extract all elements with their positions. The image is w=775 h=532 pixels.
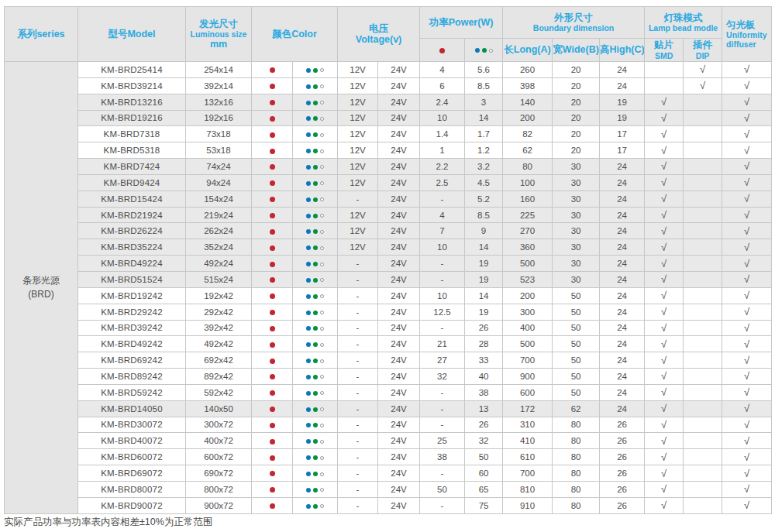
blue-dot-icon — [306, 423, 311, 427]
dip-check-cell — [684, 287, 722, 304]
diffuser-check-cell: √ — [722, 223, 772, 239]
voltage-12v-cell: - — [338, 287, 378, 304]
green-dot-icon — [313, 342, 318, 347]
white-dot-icon — [320, 375, 324, 379]
power-single-cell: - — [420, 417, 465, 433]
blue-dot-icon — [306, 84, 311, 89]
voltage-12v-cell: 12V — [338, 223, 378, 239]
dip-check-cell — [684, 369, 722, 385]
high-cell: 26 — [600, 449, 645, 465]
wide-cell: 20 — [553, 126, 600, 142]
lamp-bead-en: Lamp bead modle — [645, 23, 722, 33]
dip-check-cell — [684, 142, 722, 159]
power-multi-cell: 1.2 — [465, 142, 503, 159]
power-single-cell: - — [420, 271, 465, 287]
power-multi-cell: 32 — [465, 433, 503, 449]
model-cell: KM-BRD19216 — [78, 110, 186, 126]
green-dot-icon — [313, 262, 318, 266]
voltage-24v-cell: 24V — [378, 417, 420, 433]
power-multi-cell: 5.2 — [465, 190, 503, 207]
col-subheader-dip: 插件 DIP — [684, 39, 722, 62]
green-dot-icon — [313, 455, 318, 460]
dip-check-cell — [684, 465, 722, 482]
color-red-cell — [252, 400, 293, 417]
power-multi-cell: 14 — [465, 239, 503, 256]
voltage-24v-cell: 24V — [378, 239, 420, 256]
diffuser-check-cell: √ — [722, 159, 772, 175]
power-single-cell: 27 — [420, 352, 465, 369]
wide-cell: 30 — [553, 223, 600, 239]
power-multi-cell: 28 — [465, 336, 503, 352]
diffuser-en1: Uniformity — [726, 30, 771, 39]
power-single-cell: 25 — [420, 433, 465, 449]
wide-cell: 80 — [553, 481, 600, 497]
green-dot-icon — [313, 439, 318, 444]
smd-check-cell: √ — [645, 110, 684, 126]
voltage-12v-cell: 12V — [338, 126, 378, 142]
color-multi-cell — [293, 449, 338, 465]
blue-dot-icon — [306, 472, 311, 476]
voltage-24v-cell: 24V — [378, 142, 420, 159]
color-multi-cell — [293, 94, 338, 110]
power-subheader-single-color — [420, 39, 465, 62]
luminous-size-cell: 132x16 — [186, 94, 252, 110]
green-dot-icon — [313, 101, 318, 105]
blue-dot-icon — [306, 262, 311, 266]
white-dot-icon — [320, 391, 324, 395]
model-cell: KM-BRD21924 — [78, 207, 186, 223]
col-header-luminous-size: 发光尺寸 Luminous size mm — [186, 7, 252, 62]
luminous-size-cell: 219x24 — [186, 207, 252, 223]
high-cell: 24 — [600, 320, 645, 336]
voltage-24v-cell: 24V — [378, 256, 420, 272]
high-cell: 17 — [600, 142, 645, 159]
model-cell: KM-BRD49242 — [78, 336, 186, 352]
color-multi-cell — [293, 433, 338, 449]
voltage-24v-cell: 24V — [378, 94, 420, 110]
power-single-cell: 2.5 — [420, 174, 465, 190]
white-dot-icon — [320, 230, 324, 234]
voltage-12v-cell: - — [338, 352, 378, 369]
product-spec-table: 系列series 型号Model 发光尺寸 Luminous size mm 颜… — [4, 6, 772, 514]
smd-check-cell: √ — [645, 320, 684, 336]
dip-check-cell — [684, 174, 722, 190]
long-cell: 900 — [503, 369, 553, 385]
blue-green-white-dots-icon — [306, 423, 324, 427]
power-multi-cell: 75 — [465, 497, 503, 513]
white-dot-icon — [320, 149, 324, 153]
high-cell: 24 — [600, 369, 645, 385]
power-single-cell: 7 — [420, 223, 465, 239]
power-single-cell: 2.4 — [420, 94, 465, 110]
wide-cell: 30 — [553, 174, 600, 190]
boundary-cn: 外形尺寸 — [503, 12, 644, 23]
luminous-size-cell: 292x42 — [186, 304, 252, 320]
model-cell: KM-BRD40072 — [78, 433, 186, 449]
red-dot-icon — [270, 359, 275, 364]
green-dot-icon — [313, 278, 318, 283]
color-red-cell — [252, 190, 293, 207]
voltage-12v-cell: - — [338, 449, 378, 465]
voltage-24v-cell: 24V — [378, 110, 420, 126]
wide-cell: 30 — [553, 256, 600, 272]
white-dot-icon — [320, 472, 324, 476]
table-row: KM-BRD531853x1812V24V11.2622017√√ — [5, 142, 772, 159]
high-cell: 24 — [600, 159, 645, 175]
wide-cell: 30 — [553, 159, 600, 175]
smd-check-cell: √ — [645, 271, 684, 287]
high-cell: 24 — [600, 304, 645, 320]
power-multi-cell: 4.5 — [465, 174, 503, 190]
dip-check-cell — [684, 433, 722, 449]
smd-check-cell: √ — [645, 142, 684, 159]
diffuser-check-cell: √ — [722, 336, 772, 352]
long-cell: 200 — [503, 110, 553, 126]
wide-cell: 20 — [553, 94, 600, 110]
blue-green-white-dots-icon — [306, 455, 324, 460]
power-single-cell: - — [420, 400, 465, 417]
red-dot-icon — [270, 390, 275, 396]
blue-green-white-dots-icon — [306, 149, 324, 153]
blue-dot-icon — [306, 197, 311, 202]
high-cell: 24 — [600, 239, 645, 256]
color-multi-cell — [293, 400, 338, 417]
dip-check-cell — [684, 449, 722, 465]
color-multi-cell — [293, 190, 338, 207]
wide-cell: 80 — [553, 497, 600, 513]
